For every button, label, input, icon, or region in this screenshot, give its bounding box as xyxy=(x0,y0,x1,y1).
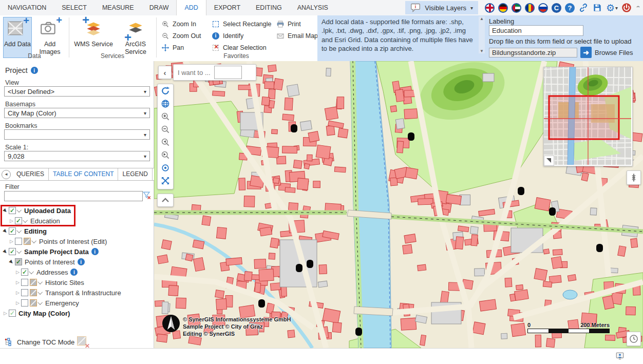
toc-item-points-of-interest-edit[interactable]: ▷Points of Interest (Edit) xyxy=(0,236,154,246)
expand-triangle-icon[interactable]: ▷ xyxy=(8,218,15,223)
time-slider-button[interactable] xyxy=(627,332,641,346)
select-rectangle-button[interactable]: Select Rectangle xyxy=(212,18,272,29)
layer-checkbox[interactable] xyxy=(21,289,28,296)
ribbon-tab-export[interactable]: EXPORT xyxy=(206,0,248,15)
i-want-to-widget[interactable]: I want to ... xyxy=(173,64,256,81)
tab-table-of-content[interactable]: TABLE OF CONTENT xyxy=(49,168,118,180)
layer-menu-caret-icon[interactable] xyxy=(37,279,43,284)
clear-selection-button[interactable]: ✕ Clear Selection xyxy=(212,42,267,53)
info-scrollbar[interactable]: ▲▼ xyxy=(479,16,485,53)
ribbon-tab-navigation[interactable]: NAVIGATION xyxy=(0,0,54,15)
layer-checkbox[interactable]: ✓ xyxy=(21,269,28,276)
browse-files-label[interactable]: Browse Files xyxy=(595,49,633,56)
toc-item-education[interactable]: ▷✓Education xyxy=(0,216,154,226)
user-session-icon[interactable] xyxy=(615,351,625,360)
layer-checkbox[interactable]: ✓ xyxy=(15,258,22,265)
expand-triangle-icon[interactable]: ▷ xyxy=(8,239,15,244)
flag-russia-icon[interactable] xyxy=(538,3,548,13)
ribbon-tab-analysis[interactable]: ANALYSIS xyxy=(290,0,336,15)
collapse-ribbon-chevron-icon[interactable]: ⌃ xyxy=(635,5,641,11)
zoom-in-button[interactable]: Zoom In xyxy=(161,18,196,29)
toc-item-sample-project-data[interactable]: ▶✓Sample Project Datai xyxy=(0,246,154,257)
zoom-next-button[interactable] xyxy=(158,149,173,162)
full-extent-button[interactable] xyxy=(158,175,173,188)
sidebar-collapse-button[interactable]: ‹ xyxy=(158,66,172,79)
zoom-out-button[interactable] xyxy=(158,124,173,137)
layer-menu-caret-icon[interactable] xyxy=(16,228,22,233)
toc-item-points-of-interest[interactable]: ▶✓Points of Interesti xyxy=(0,257,154,267)
expand-triangle-icon[interactable]: ▷ xyxy=(14,270,21,275)
layer-checkbox[interactable] xyxy=(21,279,28,286)
layer-checkbox[interactable]: ✓ xyxy=(9,248,16,255)
layer-checkbox[interactable] xyxy=(21,299,28,306)
toc-item-emergency[interactable]: ▷Emergency xyxy=(0,298,154,308)
layer-info-icon[interactable]: i xyxy=(70,269,78,276)
layer-info-icon[interactable]: i xyxy=(91,248,99,255)
arcgis-service-button[interactable]: + ArcGIS Service xyxy=(118,17,153,58)
toc-item-uploaded-data[interactable]: ▶✓Uploaded Data xyxy=(0,205,154,216)
pan-button[interactable]: Pan xyxy=(161,42,184,53)
change-toc-mode-button[interactable]: Change TOC Mode xyxy=(4,337,74,347)
layer-menu-caret-icon[interactable] xyxy=(29,269,34,274)
wms-service-button[interactable]: + WMS Service xyxy=(73,17,114,58)
basemaps-select[interactable]: City Map (Color)▾ xyxy=(4,108,150,118)
flag-uk-icon[interactable] xyxy=(485,3,495,13)
layer-menu-caret-icon[interactable] xyxy=(16,248,22,254)
flag-germany-icon[interactable] xyxy=(498,3,508,13)
toc-item-transport-infrastructure[interactable]: ▷Transport & Infrastructure xyxy=(0,288,154,298)
upload-arrow-button[interactable]: ➜ xyxy=(580,47,592,58)
email-map-button[interactable]: Email Map xyxy=(276,30,318,41)
scale-select[interactable]: 9,028▾ xyxy=(4,151,150,161)
filter-clear-icon[interactable] xyxy=(142,190,152,200)
locate-button[interactable] xyxy=(158,162,173,175)
flag-crescent-icon[interactable]: C xyxy=(552,3,561,13)
tab-queries[interactable]: QUERIES xyxy=(12,168,49,180)
layer-menu-caret-icon[interactable] xyxy=(23,218,28,223)
tabs-scroll-left-button[interactable]: ◄ xyxy=(2,170,11,179)
toc-item-historic-sites[interactable]: ▷Historic Sites xyxy=(0,277,154,288)
layer-checkbox[interactable]: ✓ xyxy=(15,217,22,224)
toc-item-editing[interactable]: ▶✓Editing xyxy=(0,226,154,236)
layer-checkbox[interactable]: ✓ xyxy=(9,227,16,235)
expand-triangle-icon[interactable]: ▷ xyxy=(14,300,21,305)
logout-power-icon[interactable] xyxy=(621,3,632,13)
overview-collapse-button[interactable] xyxy=(544,156,554,166)
toc-item-addresses[interactable]: ▷✓Addressesi xyxy=(0,267,154,277)
add-data-button[interactable]: + Add Data xyxy=(3,17,32,58)
flag-romania-icon[interactable] xyxy=(525,3,535,13)
expand-triangle-icon[interactable]: ▷ xyxy=(14,290,21,295)
layer-menu-caret-icon[interactable] xyxy=(16,207,22,213)
zoom-previous-button[interactable] xyxy=(158,137,173,149)
layer-menu-caret-icon[interactable] xyxy=(37,290,43,295)
settings-gear-icon[interactable]: ⚙▾ xyxy=(606,2,618,14)
swipe-tool-button[interactable] xyxy=(627,170,641,185)
layer-checkbox[interactable]: ✓ xyxy=(9,207,16,214)
layer-menu-caret-icon[interactable] xyxy=(31,238,36,243)
i-want-to-input[interactable] xyxy=(214,66,242,79)
project-info-icon[interactable]: i xyxy=(31,67,38,74)
visible-layers-button[interactable]: i Visible Layers ▾ xyxy=(405,1,478,14)
expand-triangle-icon[interactable]: ▷ xyxy=(14,280,21,285)
layer-checkbox[interactable]: ✓ xyxy=(9,310,16,317)
layer-menu-caret-icon[interactable] xyxy=(37,300,43,305)
layer-checkbox[interactable] xyxy=(15,238,22,245)
map-viewport[interactable]: ‹ I want to ... © SynerGIS Informationss… xyxy=(154,61,643,348)
ribbon-tab-measure[interactable]: MEASURE xyxy=(94,0,142,15)
labeling-input[interactable] xyxy=(489,25,583,36)
filter-input[interactable] xyxy=(4,191,143,201)
zoom-in-button[interactable] xyxy=(158,111,173,124)
flag-uae-icon[interactable] xyxy=(512,3,521,13)
expand-triangle-icon[interactable]: ▷ xyxy=(2,311,9,316)
globe-button[interactable] xyxy=(158,98,173,111)
overview-map[interactable] xyxy=(543,67,633,166)
ribbon-tab-editing[interactable]: EDITING xyxy=(248,0,290,15)
link-icon[interactable] xyxy=(578,3,589,13)
print-button[interactable]: Print xyxy=(276,18,301,29)
save-icon[interactable] xyxy=(592,3,602,13)
ribbon-tab-add[interactable]: ADD xyxy=(176,0,206,16)
zoom-out-button[interactable]: Zoom Out xyxy=(161,30,201,41)
remove-uploaded-data-icon[interactable]: ✕ xyxy=(77,336,88,348)
add-images-button[interactable]: + Add Images xyxy=(34,17,66,58)
help-icon[interactable]: ? xyxy=(565,3,575,13)
toc-item-city-map-color[interactable]: ▷✓City Map (Color) xyxy=(0,308,154,318)
